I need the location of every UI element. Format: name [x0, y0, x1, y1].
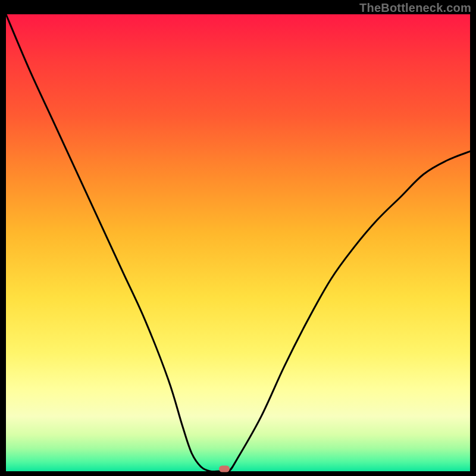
- optimal-marker: [219, 466, 230, 472]
- watermark-text: TheBottleneck.com: [359, 1, 471, 15]
- chart-frame: [6, 14, 470, 471]
- bottleneck-curve: [6, 14, 470, 471]
- curve-path: [6, 14, 470, 471]
